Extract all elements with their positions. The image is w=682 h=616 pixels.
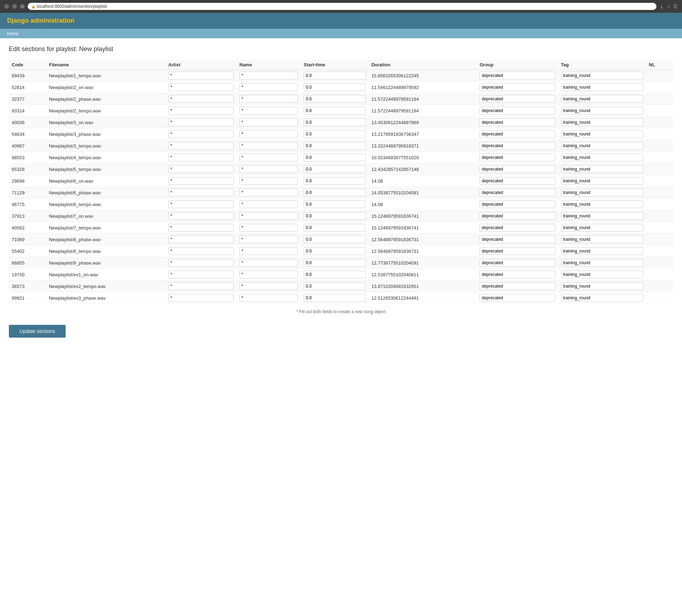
input-artist[interactable] — [168, 259, 234, 267]
input-name[interactable] — [239, 142, 298, 150]
input-group[interactable] — [479, 200, 555, 208]
input-starttime[interactable] — [304, 235, 366, 243]
reload-button[interactable]: ↻ — [20, 4, 25, 9]
url-bar[interactable]: 🔒 localhost:8000/admin/section/playlist/ — [28, 3, 656, 10]
input-tag[interactable] — [561, 212, 643, 220]
input-tag[interactable] — [561, 247, 643, 255]
input-name[interactable] — [239, 259, 298, 267]
input-artist[interactable] — [168, 247, 234, 255]
forward-button[interactable]: → — [12, 4, 17, 9]
input-tag[interactable] — [561, 118, 643, 126]
input-artist[interactable] — [168, 83, 234, 91]
input-group[interactable] — [479, 107, 555, 115]
input-group[interactable] — [479, 247, 555, 255]
input-name[interactable] — [239, 165, 298, 173]
input-tag[interactable] — [561, 271, 643, 278]
bookmark-icon[interactable]: ☆ — [666, 4, 671, 9]
input-artist[interactable] — [168, 107, 234, 115]
input-starttime[interactable] — [304, 177, 366, 185]
input-tag[interactable] — [561, 165, 643, 173]
input-name[interactable] — [239, 271, 298, 278]
input-name[interactable] — [239, 212, 298, 220]
input-name[interactable] — [239, 189, 298, 196]
input-name[interactable] — [239, 282, 298, 290]
input-artist[interactable] — [168, 271, 234, 278]
input-starttime[interactable] — [304, 271, 366, 278]
input-tag[interactable] — [561, 189, 643, 196]
input-starttime[interactable] — [304, 154, 366, 161]
input-artist[interactable] — [168, 95, 234, 103]
input-group[interactable] — [479, 282, 555, 290]
input-artist[interactable] — [168, 189, 234, 196]
input-starttime[interactable] — [304, 165, 366, 173]
input-name[interactable] — [239, 154, 298, 161]
input-artist[interactable] — [168, 118, 234, 126]
input-starttime[interactable] — [304, 72, 366, 79]
input-group[interactable] — [479, 271, 555, 278]
input-tag[interactable] — [561, 130, 643, 138]
input-starttime[interactable] — [304, 247, 366, 255]
input-name[interactable] — [239, 247, 298, 255]
input-starttime[interactable] — [304, 83, 366, 91]
input-name[interactable] — [239, 235, 298, 243]
input-starttime[interactable] — [304, 282, 366, 290]
input-starttime[interactable] — [304, 200, 366, 208]
input-artist[interactable] — [168, 224, 234, 232]
input-group[interactable] — [479, 142, 555, 150]
input-artist[interactable] — [168, 177, 234, 185]
input-group[interactable] — [479, 294, 555, 302]
input-tag[interactable] — [561, 107, 643, 115]
input-starttime[interactable] — [304, 224, 366, 232]
input-name[interactable] — [239, 72, 298, 79]
menu-icon[interactable]: ☰ — [673, 4, 678, 9]
input-artist[interactable] — [168, 235, 234, 243]
input-starttime[interactable] — [304, 294, 366, 302]
input-group[interactable] — [479, 130, 555, 138]
input-starttime[interactable] — [304, 107, 366, 115]
input-tag[interactable] — [561, 177, 643, 185]
input-group[interactable] — [479, 154, 555, 161]
input-artist[interactable] — [168, 294, 234, 302]
input-tag[interactable] — [561, 95, 643, 103]
input-starttime[interactable] — [304, 259, 366, 267]
input-artist[interactable] — [168, 130, 234, 138]
input-name[interactable] — [239, 95, 298, 103]
input-name[interactable] — [239, 224, 298, 232]
input-starttime[interactable] — [304, 95, 366, 103]
input-starttime[interactable] — [304, 130, 366, 138]
input-name[interactable] — [239, 130, 298, 138]
input-tag[interactable] — [561, 235, 643, 243]
input-artist[interactable] — [168, 154, 234, 161]
input-group[interactable] — [479, 83, 555, 91]
input-tag[interactable] — [561, 142, 643, 150]
input-group[interactable] — [479, 235, 555, 243]
input-tag[interactable] — [561, 282, 643, 290]
input-group[interactable] — [479, 95, 555, 103]
input-tag[interactable] — [561, 72, 643, 79]
input-artist[interactable] — [168, 165, 234, 173]
update-sections-button[interactable]: Update sections — [9, 325, 66, 338]
input-name[interactable] — [239, 294, 298, 302]
input-starttime[interactable] — [304, 212, 366, 220]
input-artist[interactable] — [168, 200, 234, 208]
input-artist[interactable] — [168, 212, 234, 220]
share-icon[interactable]: ⭳ — [659, 4, 664, 9]
input-starttime[interactable] — [304, 142, 366, 150]
input-name[interactable] — [239, 177, 298, 185]
input-artist[interactable] — [168, 282, 234, 290]
input-tag[interactable] — [561, 294, 643, 302]
input-tag[interactable] — [561, 83, 643, 91]
input-group[interactable] — [479, 212, 555, 220]
input-tag[interactable] — [561, 154, 643, 161]
input-group[interactable] — [479, 118, 555, 126]
input-artist[interactable] — [168, 72, 234, 79]
home-breadcrumb[interactable]: Home — [7, 31, 18, 36]
input-artist[interactable] — [168, 142, 234, 150]
input-name[interactable] — [239, 107, 298, 115]
input-group[interactable] — [479, 177, 555, 185]
input-tag[interactable] — [561, 259, 643, 267]
input-group[interactable] — [479, 224, 555, 232]
back-button[interactable]: ← — [4, 4, 9, 9]
input-group[interactable] — [479, 259, 555, 267]
input-name[interactable] — [239, 118, 298, 126]
